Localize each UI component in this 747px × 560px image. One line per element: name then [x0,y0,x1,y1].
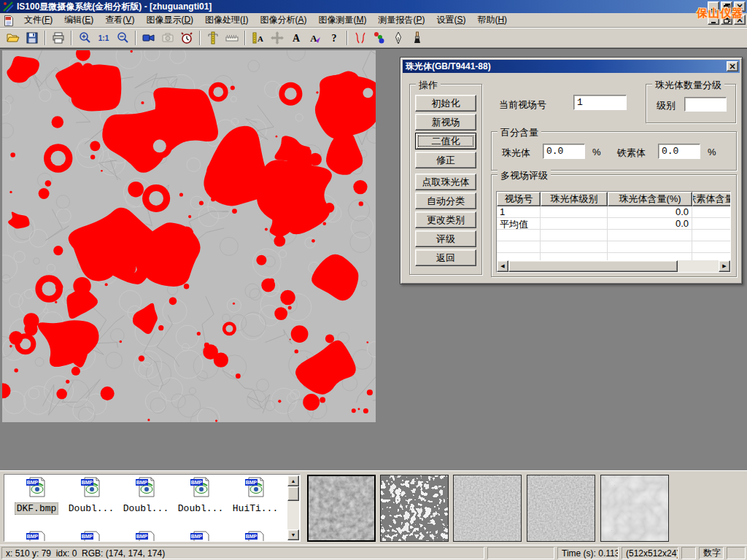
app-logo-icon [2,1,14,12]
file-item[interactable]: BMP [120,530,172,542]
move-cross-button[interactable] [268,29,287,47]
metallographic-image[interactable] [2,50,376,422]
video-camera-button[interactable] [139,29,158,47]
menu-settings[interactable]: 设置(S) [430,12,471,28]
dialog-close-button[interactable]: × [727,61,738,71]
grade-input[interactable] [684,97,727,112]
text-annotate-button[interactable]: A [287,29,306,47]
change-class-button[interactable]: 更改类别 [415,211,476,228]
svg-text:BMP: BMP [246,534,258,539]
vendor-watermark: 保山仪器 [697,7,743,20]
rating-table: 视场号 珠光体级别 珠光体含量(%) 铁素体含量(%) 1 0.0 平均值 0.… [496,191,731,273]
file-name[interactable]: Doubl... [177,503,225,514]
zoom-in-button[interactable] [75,29,94,47]
text-style-button[interactable]: A [306,29,325,47]
dialog-title-bar[interactable]: 珠光体(GB/T9441-88) × [403,60,740,73]
table-row[interactable]: 1 0.0 [497,206,730,218]
open-folder-button[interactable] [4,29,23,47]
file-item[interactable]: BMP [174,530,227,542]
scroll-up-arrow[interactable]: ▲ [287,475,299,486]
file-item[interactable]: BMP Doubl... [65,476,117,514]
correct-button[interactable]: 修正 [415,152,476,168]
menu-image-measure[interactable]: 图像测量(M) [312,12,372,28]
actual-size-button[interactable]: 1:1 [94,29,113,47]
file-item[interactable]: BMP [65,530,117,542]
print-button[interactable] [49,29,68,47]
table-row[interactable]: 平均值 0.0 [497,218,730,230]
status-time: Time (s): 0.113 [557,547,619,559]
menu-edit[interactable]: 编辑(E) [58,12,99,28]
file-item[interactable]: BMP Doubl... [174,476,227,514]
scroll-left-arrow[interactable]: ◀ [497,260,508,272]
file-list-scrollbar[interactable]: ▲ ▼ [287,475,299,540]
classify-balls-button[interactable] [370,29,389,47]
save-button[interactable] [23,29,42,47]
menu-measure-report[interactable]: 测量报告(P) [372,12,430,28]
help-button[interactable]: ? [325,29,344,47]
ruler-button[interactable] [222,29,241,47]
menu-help[interactable]: 帮助(H) [471,12,513,28]
window-title: IS100显微摄像系统(金相分析版) - [zhuguangti01] [17,1,212,13]
thumbnail-5[interactable] [600,475,669,542]
file-item[interactable]: BMP Doubl... [120,476,172,514]
cell-ferrite [692,241,731,252]
timer-clock-button[interactable] [177,29,196,47]
pen-tool-button[interactable] [389,29,408,47]
operation-group: 操作 初始化 新视场 二值化 修正 点取珠光体 自动分类 更改类别 评级 返回 [409,84,482,275]
multifield-group: 多视场评级 视场号 珠光体级别 珠光体含量(%) 铁素体含量(%) 1 0.0 … [491,174,737,277]
auto-classify-button[interactable]: 自动分类 [415,192,476,209]
thumbnail-4[interactable] [527,475,595,542]
current-field-input[interactable]: 1 [573,95,627,110]
thumbnail-3[interactable] [453,475,522,542]
file-name[interactable]: HuiTi... [231,503,279,514]
new-field-button[interactable]: 新视场 [415,114,476,131]
brush-tool-button[interactable] [408,29,427,47]
zoom-out-button[interactable] [113,29,132,47]
table-row[interactable] [497,241,730,253]
measure-text-button[interactable]: A [249,29,268,47]
file-name[interactable]: Doubl... [67,503,115,514]
save-icon [26,31,39,44]
menu-file[interactable]: 文件(F) [18,12,58,28]
menu-image-display[interactable]: 图像显示(D) [140,12,199,28]
caliper-button[interactable] [204,29,222,47]
pick-pearlite-button[interactable]: 点取珠光体 [415,174,476,190]
col-field-number[interactable]: 视场号 [497,192,541,206]
file-name[interactable]: DKF.bmp [15,502,59,515]
file-item[interactable]: BMP HuiTi... [229,476,282,514]
col-ferrite-content[interactable]: 铁素体含量(%) [692,192,731,206]
file-item[interactable]: BMP DKF.bmp [10,476,63,515]
scroll-down-arrow[interactable]: ▼ [287,529,299,540]
pearlite-label: 珠光体 [502,147,530,160]
initialize-button[interactable]: 初始化 [415,95,476,112]
document-icon[interactable] [3,15,15,26]
menu-image-process[interactable]: 图像处理(I) [199,12,254,28]
pearlite-input[interactable]: 0.0 [543,144,585,159]
dialog-title: 珠光体(GB/T9441-88) [406,61,491,73]
menu-view[interactable]: 查看(V) [99,12,140,28]
thumbnail-1[interactable] [307,475,376,542]
file-item[interactable]: BMP [10,530,63,542]
camera-button[interactable] [158,29,177,47]
binarize-button[interactable]: 二值化 [415,133,476,149]
status-empty-2 [681,547,696,559]
file-name[interactable]: Doubl... [122,503,170,514]
bmp-file-icon: BMP [80,476,102,498]
curve-tool-button[interactable] [351,29,370,47]
measure-text-icon: A [252,31,265,44]
scroll-track[interactable] [678,260,719,272]
menu-image-analysis[interactable]: 图像分析(A) [254,12,312,28]
ferrite-input[interactable]: 0.0 [658,144,700,159]
col-pearlite-content[interactable]: 珠光体含量(%) [608,192,692,206]
scroll-thumb[interactable] [287,486,299,501]
table-row[interactable] [497,230,730,241]
thumbnail-2[interactable] [380,475,449,542]
scroll-right-arrow[interactable]: ▶ [719,260,730,272]
file-item[interactable]: BMP [229,530,282,542]
return-button[interactable]: 返回 [415,249,476,266]
cell-content [608,230,692,241]
table-h-scrollbar[interactable]: ◀ ▶ [497,260,730,272]
rate-button[interactable]: 评级 [415,230,476,247]
col-pearlite-grade[interactable]: 珠光体级别 [541,192,608,206]
scroll-thumb[interactable] [508,260,678,272]
